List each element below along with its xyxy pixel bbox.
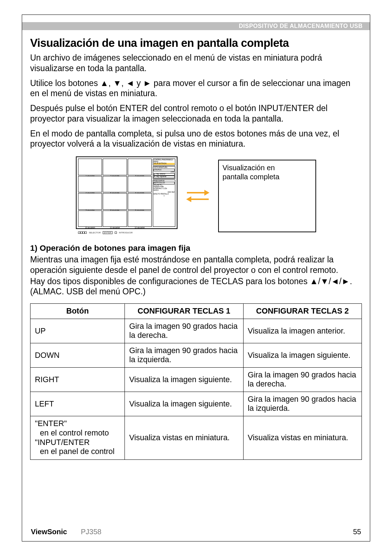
fullscreen-figure: Visualización en pantalla completa [218, 160, 316, 232]
page-title: Visualización de una imagen en pantalla … [30, 37, 362, 50]
arrow-right-icon [187, 191, 209, 195]
sub-paragraph-1: Mientras una imagen fija esté mostrándos… [30, 254, 362, 275]
table-row: UPGira la imagen 90 grados hacia la dere… [30, 319, 362, 343]
th-config2: CONFIGURAR TECLAS 2 [243, 304, 362, 319]
thumbnail-cell: 5 abcdefgh [103, 176, 127, 193]
thumbnail-menu-figure: 1 abcdefgh2 abcdefgh3 abcdefgh4 abcdefgh… [76, 156, 177, 236]
paragraph-4: En el modo de pantalla completa, si puls… [30, 128, 362, 150]
fullscreen-label-2: pantalla completa [222, 173, 279, 181]
thumbnail-footer: SELECTOR ENTER INTRODUCIR [78, 231, 175, 234]
th-config1: CONFIGURAR TECLAS 1 [125, 304, 244, 319]
thumbnail-cell: 6 abcdefgh [128, 176, 152, 193]
table-row: LEFTVisualiza la imagen siguiente.Gira l… [30, 392, 362, 416]
thumbnail-cell: 2 abcdefgh [103, 159, 127, 175]
table-row: DOWNGira la imagen 90 grados hacia la iz… [30, 343, 362, 368]
thumbnail-side-panel: CONTROL PANORÁMICO MENÚ SALIR ENTRADA VI… [153, 159, 175, 227]
keys-table: Botón CONFIGURAR TECLAS 1 CONFIGURAR TEC… [30, 303, 362, 460]
footer-page: 55 [353, 528, 361, 536]
fullscreen-label-1: Visualización en [222, 164, 275, 172]
thumbnail-cell: 10 abcdefgh [78, 210, 102, 227]
page-footer: ViewSonic PJ358 55 [31, 528, 361, 536]
paragraph-2: Utilice los botones ▲, ▼, ◄ y ► para mov… [30, 78, 362, 99]
footer-model: PJ358 [81, 528, 102, 536]
section-title: DISPOSITIVO DE ALMACENAMIENTO USB [239, 23, 363, 29]
thumbnail-cell: 3 abcdefgh [128, 159, 152, 175]
thumbnail-grid: 1 abcdefgh2 abcdefgh3 abcdefgh4 abcdefgh… [78, 159, 152, 227]
footer-brand: ViewSonic [31, 528, 67, 536]
table-row: "ENTER"en el control remoto"INPUT/ENTERe… [30, 416, 362, 460]
paragraph-1: Un archivo de imágenes seleccionado en e… [30, 53, 362, 74]
thumbnail-cell: 8 abcdefgh [103, 193, 127, 210]
paragraph-3: Después pulse el botón ENTER del control… [30, 103, 362, 124]
keys-tbody: UPGira la imagen 90 grados hacia la dere… [30, 319, 362, 460]
subheading: 1) Operación de botones para imagen fija [30, 244, 362, 253]
table-row: RIGHTVisualiza la imagen siguiente.Gira … [30, 368, 362, 392]
transition-arrows [187, 191, 209, 201]
thumbnail-cell: 12 abcdefgh [128, 210, 152, 227]
thumbnail-cell: 7 abcdefgh [78, 193, 102, 210]
section-header: DISPOSITIVO DE ALMACENAMIENTO USB [22, 22, 370, 30]
sub-paragraph-2: Hay dos tipos disponibles de configuraci… [30, 276, 362, 297]
diagram-row: 1 abcdefgh2 abcdefgh3 abcdefgh4 abcdefgh… [30, 156, 362, 236]
thumbnail-cell: 1 abcdefgh [78, 159, 102, 175]
thumbnail-cell: 4 abcdefgh [78, 176, 102, 193]
th-button: Botón [30, 304, 125, 319]
thumbnail-cell: 9 abcdefgh [128, 193, 152, 210]
arrow-left-icon [187, 197, 209, 201]
thumbnail-cell: 11 abcdefgh [103, 210, 127, 227]
